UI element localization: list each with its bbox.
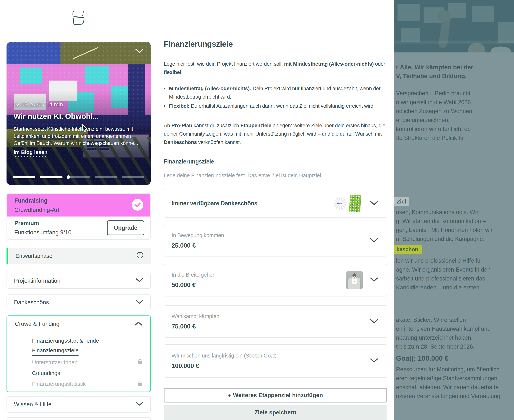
fundraising-label: Fundraising — [14, 197, 143, 204]
goal-thumbnails: Berlin — [334, 195, 361, 212]
goal-card-1[interactable]: In Bewegung kommen 25.000 € — [164, 225, 387, 256]
bg-paragraph: Ressourcen für Monitoring, um öffentlich… — [396, 365, 512, 401]
sidebar-item-dankeschoens[interactable]: Dankeschöns — [7, 294, 151, 310]
section-subtitle: Lege deine Finanzierungsziele fest. Das … — [164, 172, 387, 179]
sidebar-item-finanzierungsstatistik-locked: Finanzierungsstatistik — [32, 379, 142, 389]
bg-heading-line: r Alle. Wir kämpfen bei der — [396, 63, 512, 72]
chevron-down-icon[interactable] — [370, 201, 378, 206]
info-icon[interactable] — [136, 251, 144, 260]
bg-heading-line: V, Teilhabe und Bildung. — [396, 72, 512, 80]
check-icon — [132, 199, 143, 211]
goal-amount: 100.000 € — [172, 362, 379, 369]
bullet-flexibel: Flexibel: Du erhältst Auszahlungen auch … — [164, 102, 387, 110]
intro-paragraph: Lege hier fest, wie dein Projekt finanzi… — [164, 60, 387, 76]
sidebar-section-crowd-funding: Crowd & Funding Finanzierungsstart & -en… — [7, 315, 151, 392]
plan-card: Fundraising Crowdfunding-Art Premium Fun… — [7, 193, 151, 240]
sidebar-item-crowd-funding[interactable]: Crowd & Funding — [15, 316, 142, 332]
sidebar-item-label: Unterstützer:innen — [32, 359, 78, 366]
chevron-down-icon[interactable] — [370, 319, 378, 325]
sidebar-item-label: Wissen & Hilfe — [14, 401, 52, 408]
sidebar-item-label: Finanzierungsstart & -ende — [32, 338, 99, 344]
chevron-down-icon — [136, 299, 143, 306]
goal-label: Wir mischen uns langfristig ein (Stretch… — [172, 353, 379, 359]
blog-title: Wir nutzen KI. Obwohl... — [14, 112, 145, 121]
carousel-segment — [13, 176, 35, 178]
carousel-segment-current — [67, 176, 90, 178]
carousel-segment — [122, 176, 144, 178]
fundraising-banner[interactable]: Fundraising Crowdfunding-Art — [7, 194, 150, 217]
sidebar-item-finanzierungsstart[interactable]: Finanzierungsstart & -ende — [32, 335, 142, 346]
phase-label: Entwurfsphase — [15, 253, 52, 259]
goal-amount: 25.000 € — [172, 242, 379, 249]
chevron-down-icon[interactable] — [370, 358, 378, 364]
goal-label: In Bewegung kommen — [172, 232, 379, 239]
background-project-page: r Alle. Wir kämpfen bei der V, Teilhabe … — [394, 0, 514, 420]
save-goals-button[interactable]: Ziele speichern — [164, 405, 387, 420]
bullet-dot — [164, 105, 165, 107]
goal-label: Wahlkampf kämpfen — [172, 313, 379, 319]
sidebar-item-cofundings[interactable]: Cofundings — [32, 368, 142, 379]
premium-row: Premium Funktionsumfang 9/10 Upgrade — [7, 217, 150, 239]
sidebar-item-label: Dankeschöns — [14, 299, 49, 306]
project-header-photo — [394, 0, 514, 52]
blog-read-link[interactable]: im Blog lesen — [14, 149, 47, 157]
sidebar-item-label: Cofundings — [32, 370, 60, 376]
goal-card-4-stretch[interactable]: Wir mischen uns langfristig ein (Stretch… — [164, 344, 387, 378]
screen: r Alle. Wir kämpfen bei der V, Teilhabe … — [0, 0, 514, 420]
sidebar-item-partial — [7, 417, 151, 420]
card-text-overlay: 02.03.2026 / 14 min Wir nutzen KI. Obwoh… — [14, 101, 145, 157]
add-goal-button[interactable]: + Weiteres Etappenziel hinzufügen — [164, 388, 387, 403]
chevron-down-icon — [136, 278, 143, 284]
bg-paragraph: len wir uns professionelle Hilfe füragne… — [396, 256, 512, 292]
dankeschoen-badge: keschön — [394, 245, 422, 254]
pro-plan-paragraph: Ab Pro-Plan kannst du zusätzlich Etappen… — [164, 121, 387, 146]
startnext-logo-icon[interactable] — [72, 10, 85, 26]
upgrade-button[interactable]: Upgrade — [107, 220, 144, 235]
main-content: Finanzierungsziele Lege hier fest, wie d… — [164, 0, 387, 420]
page-title: Finanzierungsziele — [164, 39, 387, 49]
goal-card-2[interactable]: In die Breite gehen 50.000 € — [164, 264, 387, 297]
bg-paragraph: nken, Kommunikationstools. Wirg. Wir sta… — [396, 208, 512, 243]
carousel-segment — [40, 176, 62, 178]
locked-reward-thumbnail — [346, 271, 363, 289]
blog-date: 02.03.2026 / 14 min — [14, 101, 145, 107]
funding-type-bullets: Mindestbetrag (Alles-oder-nichts): Dein … — [164, 84, 387, 110]
blog-excerpt: Startnext setzt Künstliche Intelligenz e… — [14, 126, 145, 147]
sidebar-item-label: Projektinformation — [14, 278, 60, 284]
sidebar-item-finanzierungsziele-active[interactable]: Finanzierungsziele — [32, 346, 142, 357]
sidebar-item-projektinformation[interactable]: Projektinformation — [7, 273, 151, 289]
chevron-down-icon[interactable] — [370, 238, 378, 244]
chevron-down-icon — [136, 401, 143, 408]
sidebar-item-label-active: Finanzierungsziele — [32, 347, 79, 356]
goal-card-dankeschoens[interactable]: Immer verfügbare Dankeschöns Berlin — [164, 189, 387, 218]
sticker-sheet-thumbnail — [349, 195, 361, 212]
ziel-badge: Ziel — [394, 197, 409, 206]
card-collapse-chevron-icon[interactable] — [135, 48, 144, 54]
project-preview-card[interactable]: 02.03.2026 / 14 min Wir nutzen KI. Obwoh… — [7, 42, 151, 185]
crowdfunding-art-label: Crowdfunding-Art — [14, 207, 143, 213]
lock-icon — [137, 359, 142, 366]
mouse-cursor-icon — [82, 124, 89, 133]
background-page-text: r Alle. Wir kämpfen bei der V, Teilhabe … — [394, 52, 514, 420]
sidebar-item-label: Finanzierungsstatistik — [32, 381, 86, 387]
bullet-mindestbetrag: Mindestbetrag (Alles-oder-nichts): Dein … — [164, 84, 387, 101]
chevron-down-icon[interactable] — [370, 277, 378, 283]
carousel-progress[interactable] — [13, 176, 144, 178]
sidebar-item-unterstuetzer-locked: Unterstützer:innen — [32, 357, 142, 368]
sidebar-item-label: Crowd & Funding — [15, 321, 60, 327]
bg-paragraph: Versprechen – Berlin brauchtn wir geziel… — [396, 89, 512, 142]
bullet-dot — [164, 88, 165, 89]
section-title: Finanzierungsziele — [164, 158, 387, 165]
bg-paragraph: akate, Sticker. Wir erstellenen intensiv… — [396, 315, 512, 351]
carousel-segment — [95, 176, 117, 178]
bg-goal-amount: Goal): 100.000 € — [396, 354, 512, 362]
lock-icon — [137, 380, 142, 388]
fan-thumbnail: Berlin — [334, 197, 347, 210]
sidebar-item-wissen-hilfe[interactable]: Wissen & Hilfe — [7, 396, 151, 412]
chevron-up-icon — [135, 321, 142, 327]
goal-amount: 75.000 € — [172, 323, 379, 330]
phase-indicator: Entwurfsphase — [7, 248, 151, 264]
goal-card-3[interactable]: Wahlkampf kämpfen 75.000 € — [164, 305, 387, 338]
